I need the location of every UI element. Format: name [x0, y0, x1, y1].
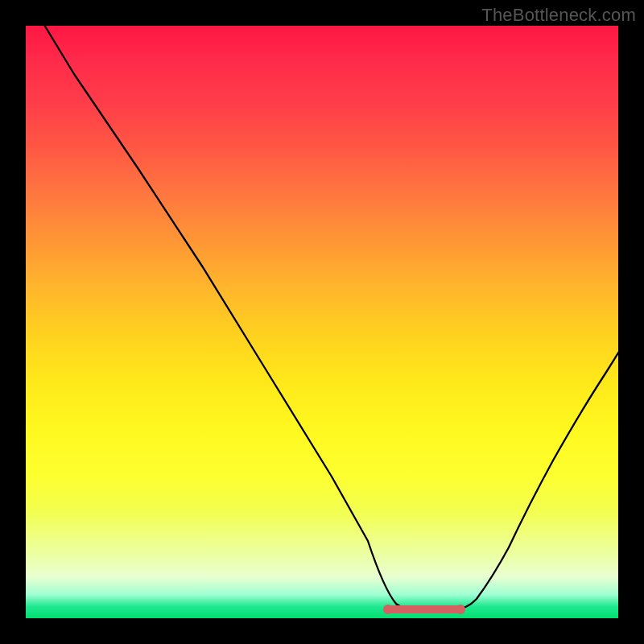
- highlight-dot-left: [383, 605, 393, 614]
- highlight-dot-right: [456, 605, 465, 614]
- attribution-text: TheBottleneck.com: [481, 5, 636, 26]
- bottleneck-curve: [42, 26, 618, 610]
- plot-area: [26, 26, 618, 618]
- chart-svg: [26, 26, 618, 618]
